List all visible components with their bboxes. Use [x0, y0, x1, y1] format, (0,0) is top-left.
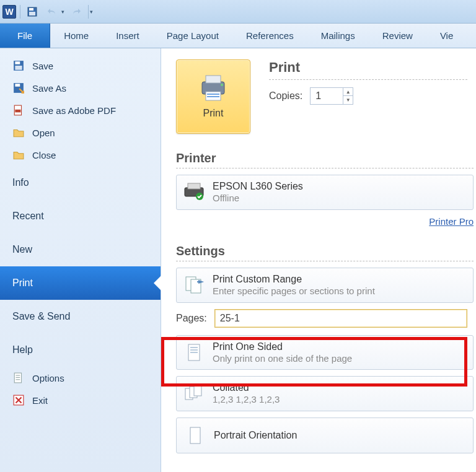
sidebar-item-label: Print [12, 278, 33, 289]
save-icon [27, 7, 37, 17]
svg-rect-4 [15, 61, 20, 64]
printer-device-icon [183, 181, 205, 203]
tab-view[interactable]: Vie [426, 24, 467, 48]
orientation-selector[interactable]: Portrait Orientation [176, 417, 474, 453]
svg-rect-7 [15, 84, 20, 87]
sidebar-item-exit[interactable]: Exit [0, 389, 161, 411]
tab-page-layout[interactable]: Page Layout [153, 24, 232, 48]
print-range-selector[interactable]: Print Custom Range Enter specific pages … [176, 268, 474, 303]
copies-spin-up[interactable]: ▲ [343, 88, 353, 96]
copies-value: 1 [311, 90, 343, 102]
printer-selector[interactable]: EPSON L360 Series Offline [176, 175, 474, 210]
svg-rect-18 [207, 94, 219, 95]
svg-rect-12 [16, 377, 20, 378]
sidebar-item-save-as[interactable]: Save As [0, 77, 161, 99]
svg-rect-9 [15, 110, 20, 113]
sidebar-item-new[interactable]: New [0, 233, 161, 266]
sidebar-item-close[interactable]: Close [0, 144, 161, 166]
exit-icon [12, 394, 25, 406]
close-folder-icon [12, 149, 25, 161]
portrait-icon [184, 424, 206, 447]
collate-sub: 1,2,3 1,2,3 1,2,3 [213, 394, 280, 406]
undo-dropdown-icon[interactable]: ▾ [61, 9, 64, 15]
tab-file[interactable]: File [0, 24, 50, 48]
sidebar-item-print[interactable]: Print [0, 266, 161, 300]
tab-review[interactable]: Review [369, 24, 426, 48]
sidebar-item-label: New [12, 244, 32, 255]
sidebar-item-options[interactable]: Options [0, 367, 161, 389]
print-range-sub: Enter specific pages or sections to prin… [213, 286, 375, 297]
settings-section-heading: Settings [176, 244, 474, 261]
svg-rect-22 [188, 183, 200, 189]
print-sides-selector[interactable]: Print One Sided Only print on one side o… [176, 335, 474, 370]
sidebar-item-save-send[interactable]: Save & Send [0, 300, 161, 333]
quick-access-toolbar: W ▾ ▾ [0, 0, 476, 24]
print-sides-title: Print One Sided [213, 341, 352, 353]
orientation-title: Portrait Orientation [214, 429, 297, 442]
tab-home[interactable]: Home [50, 24, 102, 48]
sidebar-item-help[interactable]: Help [0, 333, 161, 367]
app-logo-icon: W [2, 5, 16, 19]
sidebar-item-label: Save as Adobe PDF [32, 105, 116, 116]
sidebar-item-save[interactable]: Save [0, 55, 161, 77]
svg-rect-19 [207, 96, 219, 97]
sidebar-item-label: Open [32, 128, 55, 138]
sidebar-item-recent[interactable]: Recent [0, 199, 161, 233]
pages-value: 25-1 [220, 313, 240, 324]
print-sides-sub: Only print on one side of the page [213, 353, 352, 365]
sidebar-item-label: Help [12, 344, 33, 356]
printer-section-heading: Printer [176, 151, 474, 168]
page-single-side-icon [183, 341, 205, 364]
sidebar-item-open[interactable]: Open [0, 121, 161, 144]
pdf-icon [12, 104, 25, 116]
save-as-icon [12, 82, 25, 94]
redo-button[interactable] [68, 4, 84, 20]
svg-rect-33 [190, 427, 200, 444]
sidebar-item-label: Save & Send [12, 311, 70, 322]
collate-icon [183, 383, 205, 405]
save-icon [12, 59, 25, 72]
open-folder-icon [12, 126, 25, 139]
options-icon [12, 372, 25, 384]
undo-button[interactable] [44, 4, 60, 20]
sidebar-item-label: Options [32, 373, 64, 383]
print-button-label: Print [203, 108, 224, 119]
svg-rect-29 [190, 352, 198, 353]
svg-rect-2 [29, 12, 35, 15]
sidebar-item-label: Info [12, 177, 29, 188]
pages-input[interactable]: 25-1 [214, 309, 467, 328]
svg-rect-1 [29, 8, 33, 11]
print-button[interactable]: Print [176, 59, 250, 134]
copies-label: Copies: [269, 90, 302, 102]
svg-rect-28 [190, 349, 198, 351]
svg-rect-13 [16, 379, 20, 380]
print-settings-pane: Print Print Copies: 1 ▲ ▼ Printer [161, 48, 476, 472]
svg-rect-27 [190, 347, 198, 348]
print-heading: Print [269, 59, 467, 80]
sidebar-item-save-pdf[interactable]: Save as Adobe PDF [0, 99, 161, 121]
save-qat-button[interactable] [24, 4, 40, 20]
tab-references[interactable]: References [232, 24, 307, 48]
qat-customize-icon[interactable]: ▾ [90, 9, 93, 15]
collate-selector[interactable]: Collated 1,2,3 1,2,3 1,2,3 [176, 376, 474, 411]
pages-label: Pages: [176, 313, 207, 324]
printer-properties-link[interactable]: Printer Pro [429, 216, 474, 227]
tab-mailings[interactable]: Mailings [307, 24, 369, 48]
tab-insert[interactable]: Insert [102, 24, 153, 48]
print-range-title: Print Custom Range [213, 273, 375, 286]
svg-point-20 [221, 84, 223, 86]
backstage-sidebar: Save Save As Save as Adobe PDF Open Clos… [0, 48, 161, 472]
svg-rect-11 [16, 375, 20, 376]
separator [20, 5, 20, 19]
ribbon-tabs: File Home Insert Page Layout References … [0, 24, 476, 48]
svg-rect-16 [206, 76, 221, 83]
sidebar-item-label: Save [32, 61, 53, 71]
redo-icon [71, 7, 81, 17]
printer-status: Offline [213, 193, 303, 204]
separator [88, 5, 89, 19]
sidebar-item-info[interactable]: Info [0, 166, 161, 199]
pages-range-icon [183, 274, 205, 296]
undo-icon [47, 7, 57, 17]
copies-spin-down[interactable]: ▼ [343, 96, 353, 104]
copies-input[interactable]: 1 ▲ ▼ [310, 87, 353, 105]
